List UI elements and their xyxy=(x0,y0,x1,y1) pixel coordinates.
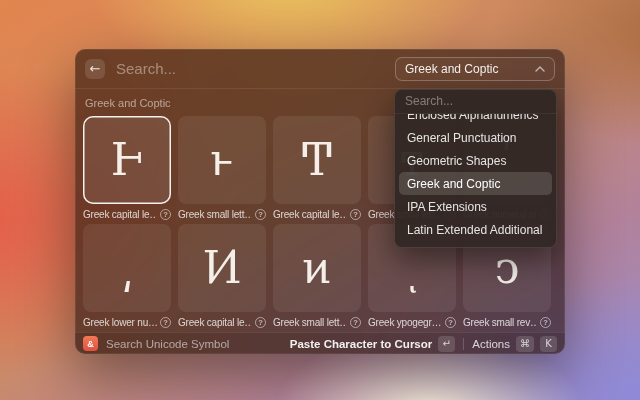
block-select-dropdown: Enclosed Alphanumerics General Punctuati… xyxy=(394,89,557,248)
symbol-tile[interactable]: Ͱ xyxy=(83,116,171,204)
help-icon[interactable]: ? xyxy=(350,209,361,220)
symbol-label: Greek ypogegr… xyxy=(368,317,442,328)
symbol-glyph: ͷ xyxy=(302,224,331,312)
symbol-label: Greek capital le… xyxy=(83,209,157,220)
dropdown-list: Enclosed Alphanumerics General Punctuati… xyxy=(394,114,557,248)
symbol-label-row: Greek capital le…? xyxy=(178,317,266,328)
actions-menu-button[interactable]: Actions xyxy=(472,338,510,350)
help-icon[interactable]: ? xyxy=(255,317,266,328)
symbol-tile[interactable]: ͷ xyxy=(273,224,361,312)
symbol-label-row: Greek lower nu…? xyxy=(83,317,171,328)
primary-action-button[interactable]: Paste Character to Cursor xyxy=(290,338,433,350)
help-icon[interactable]: ? xyxy=(255,209,266,220)
back-arrow-icon: ← xyxy=(90,59,101,79)
dropdown-item[interactable]: Latin Extended Additional xyxy=(399,218,552,241)
help-icon[interactable]: ? xyxy=(160,209,171,220)
app-window: ← Greek and Coptic Greek and Coptic Ͱ Gr… xyxy=(75,49,565,354)
dropdown-item[interactable]: Geometric Shapes xyxy=(399,149,552,172)
help-icon[interactable]: ? xyxy=(160,317,171,328)
search-input[interactable] xyxy=(116,60,384,77)
k-key-icon: K xyxy=(540,336,557,352)
symbol-glyph: Ͷ xyxy=(203,224,242,312)
symbol-cell: ͱ Greek small lett…? xyxy=(178,116,266,220)
help-icon[interactable]: ? xyxy=(540,317,551,328)
symbol-label: Greek small lett… xyxy=(178,209,252,220)
dropdown-item[interactable]: General Punctuation xyxy=(399,126,552,149)
symbol-label: Greek small lett… xyxy=(273,317,347,328)
dropdown-item-selected[interactable]: Greek and Coptic xyxy=(399,172,552,195)
extension-name: Search Unicode Symbol xyxy=(106,338,282,350)
symbol-glyph: Ͱ xyxy=(111,116,144,204)
dropdown-item[interactable]: Latin Extended-A xyxy=(399,241,552,248)
symbol-tile[interactable]: ͵ xyxy=(83,224,171,312)
block-select-button[interactable]: Greek and Coptic xyxy=(395,57,555,81)
cmd-key-icon: ⌘ xyxy=(516,336,534,352)
back-button[interactable]: ← xyxy=(85,59,105,79)
symbol-glyph: ͵ xyxy=(121,224,133,312)
symbol-label-row: Greek capital le…? xyxy=(273,209,361,220)
symbol-label-row: Greek small lett…? xyxy=(178,209,266,220)
dropdown-item[interactable]: IPA Extensions xyxy=(399,195,552,218)
symbol-cell: Ͷ Greek capital le…? xyxy=(178,224,266,328)
footer-actions: Paste Character to Cursor ↵ Actions ⌘ K xyxy=(290,336,557,352)
dropdown-search-input[interactable] xyxy=(405,94,557,108)
symbol-label-row: Greek small rev…? xyxy=(463,317,551,328)
symbol-label-row: Greek capital le…? xyxy=(83,209,171,220)
symbol-cell: ͷ Greek small lett…? xyxy=(273,224,361,328)
help-icon[interactable]: ? xyxy=(350,317,361,328)
symbol-tile[interactable]: Ͷ xyxy=(178,224,266,312)
symbol-cell: Ͳ Greek capital le…? xyxy=(273,116,361,220)
dropdown-search-row xyxy=(394,89,557,114)
block-select-value: Greek and Coptic xyxy=(405,62,535,76)
symbol-label-row: Greek small lett…? xyxy=(273,317,361,328)
enter-key-icon: ↵ xyxy=(438,336,455,352)
footer-bar: & Search Unicode Symbol Paste Character … xyxy=(75,332,565,354)
help-icon[interactable]: ? xyxy=(445,317,456,328)
symbol-cell: ͵ Greek lower nu…? xyxy=(83,224,171,328)
header-bar: ← Greek and Coptic xyxy=(75,49,565,89)
symbol-label: Greek lower nu… xyxy=(83,317,157,328)
dropdown-item[interactable]: Enclosed Alphanumerics xyxy=(399,114,552,126)
footer-divider xyxy=(463,338,464,350)
symbol-cell: Ͱ Greek capital le…? xyxy=(83,116,171,220)
symbol-glyph: ͱ xyxy=(210,116,233,204)
symbol-glyph: Ͳ xyxy=(302,116,331,204)
symbol-tile[interactable]: ͱ xyxy=(178,116,266,204)
extension-icon: & xyxy=(83,336,98,351)
symbol-label: Greek capital le… xyxy=(178,317,252,328)
symbol-label-row: Greek ypogegr…? xyxy=(368,317,456,328)
chevron-up-icon xyxy=(535,66,545,72)
symbol-tile[interactable]: Ͳ xyxy=(273,116,361,204)
symbol-label: Greek capital le… xyxy=(273,209,347,220)
symbol-label: Greek small rev… xyxy=(463,317,537,328)
